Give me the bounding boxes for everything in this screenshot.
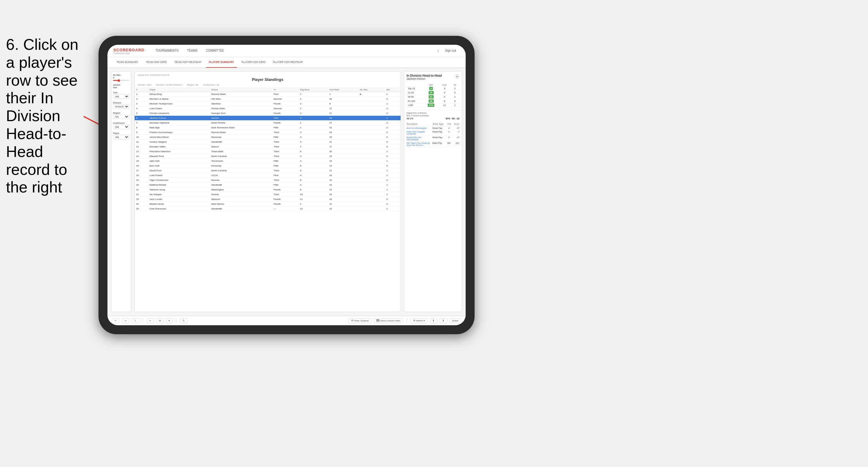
table-row[interactable]: 10 Jacob Mou-Dleser Arkansas Fifth 4 25 …: [135, 135, 401, 139]
toolbar-refresh[interactable]: ↻: [180, 318, 187, 323]
toolbar-share[interactable]: Share: [450, 318, 461, 323]
tournament-type: Stroke Play: [433, 127, 445, 129]
toolbar-view-original[interactable]: 👁 View: Original: [348, 318, 371, 323]
cell-conf-rank: 23: [328, 159, 359, 163]
table-row[interactable]: 20 Matthew Riedel Vanderbilt Fifth 4 24 …: [135, 183, 401, 187]
cell-school: Vanderbilt: [210, 139, 272, 145]
toolbar-cut[interactable]: ✂: [147, 318, 154, 323]
table-row[interactable]: 3 Michael Thorbjornsen Stanford Fourth 2…: [135, 101, 401, 106]
player-select[interactable]: (All): [113, 135, 129, 139]
nav-committee[interactable]: COMMITTEE: [203, 45, 227, 57]
toolbar-watch[interactable]: 👁 Watch ▾: [410, 318, 428, 323]
nav-items: TOURNAMENTS TEAMS COMMITTEE: [152, 45, 438, 57]
cell-conf-rank: 23: [328, 187, 359, 192]
tournament-row[interactable]: Fallen Oak Collegiate Invitational Strok…: [407, 130, 459, 136]
nav-tournaments[interactable]: TOURNAMENTS: [152, 45, 182, 57]
table-row[interactable]: 13 Phichakon Maichon Texas A&M Third 6 3…: [135, 149, 401, 154]
cell-year: Second: [272, 106, 299, 111]
cell-player: Brendan Valles: [148, 145, 210, 149]
h2h-close-button[interactable]: ✕: [455, 74, 459, 79]
table-row[interactable]: 14 Maxwell Ford North Carolina Third 3 2…: [135, 154, 401, 159]
cell-num: 7: [135, 121, 148, 125]
toolbar-copy[interactable]: ⧉: [156, 318, 163, 323]
table-row[interactable]: 2 Michael La Sasse Ole Miss Second 1 18 …: [135, 97, 401, 101]
cell-reg-rank: 4: [299, 173, 328, 178]
table-row[interactable]: 12 Brendan Valles Auburn Third 7 17 0: [135, 145, 401, 149]
tournament-row[interactable]: Amer Ari Intercollegiate Stroke Play 4 -…: [407, 127, 459, 130]
cell-player: Jackson Koivun: [148, 116, 210, 121]
tournament-name: Fallen Oak Collegiate Invitational: [407, 131, 431, 135]
standings-table-container[interactable]: # Player School Yr Reg Rank Conf Rank No…: [135, 88, 401, 312]
cell-no-rds: [359, 130, 385, 135]
cell-num: 6: [135, 116, 148, 121]
toolbar-export[interactable]: ⤥: [132, 318, 139, 323]
table-row[interactable]: 16 Alex Goff Kentucky Fifth 8 19 0: [135, 163, 401, 168]
cell-conf-rank: 24: [328, 125, 359, 130]
toolbar-save-custom[interactable]: 💾 Save Custom View: [374, 318, 403, 323]
tournament-row[interactable]: Mirabel Maui Jim Intercollegiate Stroke …: [407, 136, 459, 142]
cell-no-rds: [359, 173, 385, 178]
table-row[interactable]: 17 David Ford North Carolina Third 4 21 …: [135, 168, 401, 173]
toolbar-more[interactable]: ▾: [166, 318, 173, 323]
table-row[interactable]: 25 Cole Sherwood Vanderbilt — 12 23 1: [135, 207, 401, 211]
table-row[interactable]: 18 Luke Powell UCLA First 4 24 1: [135, 173, 401, 178]
h2h-win: 20: [424, 91, 439, 95]
region-select[interactable]: N/A: [113, 115, 129, 119]
tournament-pos: Win: [446, 142, 452, 146]
toolbar-sep-2: [176, 318, 177, 323]
table-row[interactable]: 22 Ian Gilligan Florida Third 10 24 1: [135, 192, 401, 197]
toolbar-down[interactable]: ⬇: [440, 318, 447, 323]
table-row[interactable]: 19 Tiger Christensen Arizona Third 8 23 …: [135, 178, 401, 183]
sign-out-button[interactable]: Sign out: [441, 45, 460, 57]
toolbar-up[interactable]: ⬆: [430, 318, 437, 323]
cell-reg-rank: 4: [299, 168, 328, 173]
sub-nav-player-summary[interactable]: PLAYER SUMMARY: [206, 57, 237, 68]
table-row[interactable]: 15 Jake Hall Tennessee Fifth 3 23 1: [135, 159, 401, 163]
h2h-panel: In Division Head-to-Head Jackson Koivun …: [404, 71, 462, 312]
table-row[interactable]: 4 Luke Claton Florida State Second 1 27 …: [135, 106, 401, 111]
cell-num: 1: [135, 92, 148, 97]
table-row[interactable]: 6 Jackson Koivun Auburn First 3 20 1: [135, 116, 401, 121]
cell-reg-rank: 4: [299, 183, 328, 187]
sub-nav-player-h2h-heatmap[interactable]: PLAYER H2H HEATMAP: [270, 57, 306, 68]
table-row[interactable]: 21 Taehoon Song Washington Fourth 6 23 1: [135, 187, 401, 192]
cell-win: 1: [385, 149, 401, 154]
cell-reg-rank: 3: [299, 130, 328, 135]
tournament-type: Match Play: [433, 142, 445, 146]
table-row[interactable]: 7 Nicholas Gabrelcik North Florida Fourt…: [135, 121, 401, 125]
sub-nav-team-h2h-grid[interactable]: TEAM H2H GRID: [143, 57, 170, 68]
sub-nav-team-h2h-heatmap[interactable]: TEAM H2H HEATMAP: [171, 57, 205, 68]
conference-select[interactable]: (All): [113, 125, 129, 129]
cell-reg-rank: 1: [299, 97, 328, 101]
table-row[interactable]: 5 Christo Lamprecht Georgia Tech Fourth …: [135, 111, 401, 116]
cell-no-rds: 8: [359, 92, 385, 97]
cell-conf-rank: 27: [328, 202, 359, 207]
year-filter: Year (All): [113, 92, 129, 99]
cell-reg-rank: 1: [299, 125, 328, 130]
sub-nav-team-summary[interactable]: TEAM SUMMARY: [114, 57, 141, 68]
no-rds-slider[interactable]: [113, 80, 129, 81]
cell-win: 2: [385, 111, 401, 116]
sub-nav-player-h2h-grid[interactable]: PLAYER H2H GRID: [239, 57, 268, 68]
year-select[interactable]: (All): [113, 94, 129, 99]
division-select[interactable]: NCAA Division I: [113, 104, 129, 109]
table-row[interactable]: 8 Mats Ege East Tennessee State Fifth 1 …: [135, 125, 401, 130]
nav-teams[interactable]: TEAMS: [184, 45, 201, 57]
table-row[interactable]: 24 Bastien Amat New Mexico Fourth 1 27 2: [135, 202, 401, 207]
cell-year: Third: [272, 192, 299, 197]
h2h-title-area: In Division Head-to-Head Jackson Koivun: [407, 74, 442, 82]
cell-no-rds: [359, 197, 385, 202]
col-conf-rank: Conf Rank: [328, 88, 359, 92]
tournament-row[interactable]: SEC Match Play Hosted by Jerry Pate Roun…: [407, 142, 459, 147]
toolbar-redo[interactable]: ↪: [122, 318, 129, 323]
toolbar-undo[interactable]: ↩: [112, 318, 119, 323]
tournament-score: 18-1: [453, 142, 459, 146]
cell-num: 24: [135, 202, 148, 207]
cell-reg-rank: 11: [299, 197, 328, 202]
table-row[interactable]: 23 Jack Lundin Missouri Fourth 11 24 0: [135, 197, 401, 202]
table-row[interactable]: 1 Wenyi Ding Arizona State First 1 1 8 1: [135, 92, 401, 97]
table-row[interactable]: 11 Gordon Sargent Vanderbilt Third 4 21 …: [135, 139, 401, 145]
table-row[interactable]: 9 Preston Summerhays Arizona State Third…: [135, 130, 401, 135]
cell-win: 1: [385, 173, 401, 178]
cell-reg-rank: 4: [299, 139, 328, 145]
